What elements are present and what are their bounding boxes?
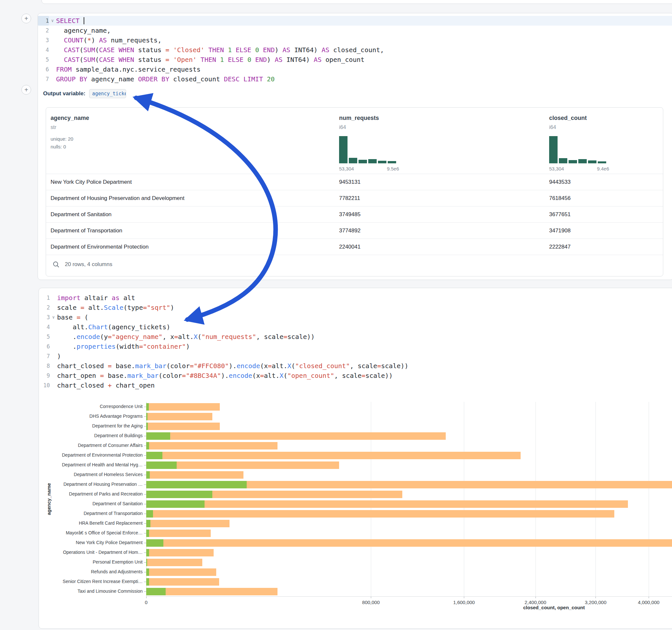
code-line-text: .properties(width="container")	[57, 342, 190, 351]
column-type: str	[51, 124, 56, 130]
histogram-bar	[598, 162, 606, 163]
code-line-text: )	[57, 351, 61, 361]
code-line-text: base = (	[57, 312, 88, 322]
histogram-bar	[549, 136, 557, 163]
column-histogram	[339, 136, 399, 163]
table-cell: 2240041	[339, 244, 360, 250]
search-icon[interactable]	[52, 261, 59, 268]
line-number: 5	[38, 55, 49, 65]
line-number: 9	[39, 371, 50, 381]
code-line-text: .encode(y="agency_name", x=alt.X("num_re…	[57, 332, 315, 342]
column-histogram	[549, 136, 609, 163]
notebook-page: + + 1∨SELECT 2 agency_name,3 COUNT(*) AS…	[0, 0, 672, 630]
table-cell: Department of Environmental Protection	[51, 244, 148, 250]
table-cell: 2222847	[549, 244, 571, 250]
query-result-table: agency_name str unique: 20 nulls: 0 num_…	[46, 107, 663, 276]
collapse-chevron-icon	[50, 342, 57, 351]
code-line: 1import altair as alt	[39, 293, 672, 303]
plus-icon: +	[24, 15, 28, 22]
table-cell: 9443533	[549, 179, 571, 185]
collapse-chevron-icon[interactable]: ∨	[50, 312, 57, 322]
code-line-text: FROM sample_data.nyc.service_requests	[56, 65, 201, 74]
table-cell: Department of Sanitation	[51, 211, 112, 218]
line-number: 6	[39, 342, 50, 351]
code-line-text: CAST(SUM(CASE WHEN status = 'Open' THEN …	[56, 55, 364, 65]
column-null-count: nulls: 0	[51, 144, 66, 149]
collapse-chevron-icon	[49, 35, 56, 45]
histogram-bar	[339, 136, 347, 163]
table-row: Department of Transportation377489234719…	[46, 222, 663, 239]
code-line-text: SELECT	[56, 16, 84, 26]
table-row: Department of Environmental Protection22…	[46, 239, 663, 255]
plus-icon: +	[24, 87, 28, 93]
histogram-axis-labels: 53,304 9.4e6	[549, 166, 609, 171]
code-line-text: agency_name,	[56, 26, 111, 35]
column-header-agency-name[interactable]: agency_name	[51, 115, 89, 122]
previous-cell-bottom-edge	[42, 0, 672, 4]
table-cell: 3471908	[549, 227, 571, 234]
python-code-editor[interactable]: 1import altair as alt2scale = alt.Scale(…	[39, 293, 672, 390]
table-cell: 3677651	[549, 211, 571, 218]
sql-query-cell: 1∨SELECT 2 agency_name,3 COUNT(*) AS num…	[38, 13, 672, 280]
histogram-min-label: 53,304	[549, 166, 564, 171]
collapse-chevron-icon[interactable]: ∨	[49, 16, 56, 26]
histogram-bar	[559, 158, 567, 163]
column-header-num-requests[interactable]: num_requests	[339, 115, 379, 122]
collapse-chevron-icon	[50, 332, 57, 342]
code-line: 6 .properties(width="container")	[39, 342, 672, 351]
code-line: 5 CAST(SUM(CASE WHEN status = 'Open' THE…	[38, 55, 672, 65]
table-cell: New York City Police Department	[51, 179, 131, 185]
column-header-closed-count[interactable]: closed_count	[549, 115, 587, 122]
collapse-chevron-icon	[49, 55, 56, 65]
line-number: 3	[38, 35, 49, 45]
code-line-text: import altair as alt	[57, 293, 135, 303]
collapse-chevron-icon	[50, 381, 57, 390]
code-line-text: GROUP BY agency_name ORDER BY closed_cou…	[56, 74, 274, 84]
code-line: 7)	[39, 351, 672, 361]
collapse-chevron-icon	[49, 65, 56, 74]
table-rows: New York City Police Department945313194…	[46, 174, 663, 255]
output-variable-pill[interactable]: agency_tickets	[89, 89, 126, 98]
code-line: 3 COUNT(*) AS num_requests,	[38, 35, 672, 45]
histogram-max-label: 9.5e6	[387, 166, 399, 171]
histogram-bar	[578, 159, 587, 163]
collapse-chevron-icon	[50, 322, 57, 332]
collapse-chevron-icon	[49, 74, 56, 84]
histogram-bar	[359, 160, 367, 163]
table-cell: 9453131	[339, 179, 360, 185]
table-cell: Department of Transportation	[51, 227, 122, 234]
table-row: Department of Sanitation37494853677651	[46, 206, 663, 222]
code-line: 4 CAST(SUM(CASE WHEN status = 'Closed' T…	[38, 45, 672, 55]
line-number: 1	[39, 293, 50, 303]
histogram-bar	[388, 161, 396, 163]
code-line-text: chart_closed = base.mark_bar(color="#FFC…	[57, 361, 408, 371]
histogram-bar	[368, 159, 377, 163]
histogram-bar	[378, 161, 386, 163]
code-line: 6FROM sample_data.nyc.service_requests	[38, 65, 672, 74]
histogram-min-label: 53,304	[339, 166, 354, 171]
sql-code-editor[interactable]: 1∨SELECT 2 agency_name,3 COUNT(*) AS num…	[38, 16, 672, 84]
code-line: 2 agency_name,	[38, 26, 672, 35]
collapse-chevron-icon	[49, 26, 56, 35]
output-variable-label: Output variable:	[43, 91, 85, 97]
histogram-bar	[349, 158, 357, 163]
line-number: 4	[38, 45, 49, 55]
line-number: 10	[39, 381, 50, 390]
add-cell-button-top[interactable]: +	[21, 14, 31, 23]
histogram-bar	[588, 161, 597, 163]
code-line-text: alt.Chart(agency_tickets)	[57, 322, 170, 332]
collapse-chevron-icon	[49, 45, 56, 55]
code-line-text: chart_closed + chart_open	[57, 381, 154, 390]
histogram-axis-labels: 53,304 9.5e6	[339, 166, 399, 171]
line-number: 1	[38, 16, 49, 26]
table-row: Department of Housing Preservation and D…	[46, 190, 663, 206]
line-number: 4	[39, 322, 50, 332]
python-chart-cell: 1import altair as alt2scale = alt.Scale(…	[39, 288, 672, 629]
add-cell-button-output[interactable]: +	[21, 85, 31, 95]
table-cell: Department of Housing Preservation and D…	[51, 195, 185, 201]
table-cell: 3774892	[339, 227, 360, 234]
text-cursor	[83, 17, 84, 24]
line-number: 3	[39, 312, 50, 322]
code-line: 1∨SELECT	[38, 16, 672, 26]
code-line: 2scale = alt.Scale(type="sqrt")	[39, 303, 672, 312]
